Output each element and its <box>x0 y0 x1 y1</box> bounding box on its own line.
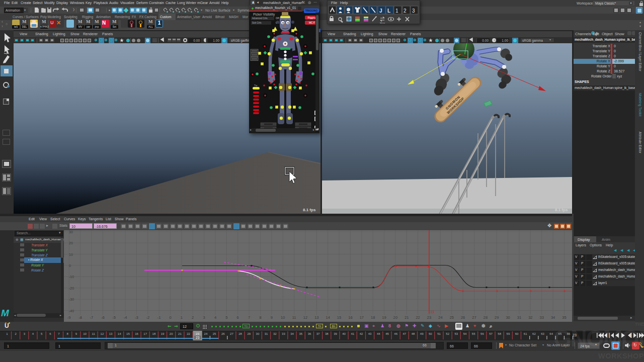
svg-text:13: 13 <box>314 315 318 320</box>
svg-text:22: 22 <box>187 332 190 335</box>
svg-text:-3: -3 <box>135 315 138 320</box>
svg-text:33: 33 <box>540 315 544 320</box>
svg-text:62: 62 <box>532 332 536 335</box>
svg-text:4: 4 <box>214 315 216 320</box>
svg-text:61: 61 <box>524 332 527 335</box>
svg-text:J: J <box>379 8 382 14</box>
svg-text:19: 19 <box>382 315 386 320</box>
svg-text:39: 39 <box>334 332 337 335</box>
svg-text:31: 31 <box>265 332 268 335</box>
svg-text:Tw: Tw <box>254 84 258 87</box>
svg-text:L: L <box>387 8 390 14</box>
svg-text:34: 34 <box>551 315 555 320</box>
svg-text:37: 37 <box>316 332 320 335</box>
svg-text:7: 7 <box>248 315 250 320</box>
svg-text:24: 24 <box>438 315 442 320</box>
svg-text:18: 18 <box>371 315 375 320</box>
svg-text:25: 25 <box>450 315 454 320</box>
svg-text:1: 1 <box>6 332 8 335</box>
svg-text:50: 50 <box>429 332 432 335</box>
svg-text:-10: -10 <box>69 275 74 279</box>
svg-text:9: 9 <box>271 315 273 320</box>
svg-text:14: 14 <box>326 315 330 320</box>
svg-text:23: 23 <box>431 310 435 314</box>
svg-text:48: 48 <box>412 332 415 335</box>
svg-text:13: 13 <box>109 332 113 335</box>
svg-text:9: 9 <box>75 332 77 335</box>
svg-text:29: 29 <box>247 332 251 335</box>
svg-text:30: 30 <box>69 230 73 234</box>
svg-text:31: 31 <box>517 315 521 320</box>
svg-text:4: 4 <box>32 332 34 335</box>
svg-text:16: 16 <box>348 315 352 320</box>
svg-text:22: 22 <box>416 315 420 320</box>
svg-text:51: 51 <box>437 332 441 335</box>
svg-text:59: 59 <box>507 332 510 335</box>
svg-text:3: 3 <box>203 315 205 320</box>
svg-text:0: 0 <box>69 264 71 267</box>
svg-text:-30: -30 <box>69 298 74 301</box>
svg-text:28: 28 <box>484 315 488 320</box>
svg-text:-5: -5 <box>112 315 116 320</box>
svg-text:28: 28 <box>238 332 242 335</box>
svg-text:8: 8 <box>259 315 261 320</box>
svg-text:2: 2 <box>404 8 407 14</box>
svg-text:5: 5 <box>225 315 227 320</box>
svg-text:45: 45 <box>385 332 389 335</box>
svg-text:-9: -9 <box>67 315 71 320</box>
svg-text:15: 15 <box>337 315 341 320</box>
svg-text:25: 25 <box>213 332 216 335</box>
svg-text:10: 10 <box>83 332 87 335</box>
svg-text:-7: -7 <box>90 315 94 320</box>
svg-text:8.1 fps: 8.1 fps <box>303 208 316 212</box>
svg-text:49: 49 <box>420 332 424 335</box>
svg-text:23: 23 <box>196 336 200 339</box>
svg-text:Mirror: Mirror <box>380 22 385 24</box>
svg-text:10: 10 <box>281 315 285 320</box>
svg-text:27: 27 <box>472 315 476 320</box>
svg-text:64: 64 <box>549 332 553 335</box>
svg-text:57: 57 <box>489 332 493 335</box>
svg-text:18: 18 <box>152 332 156 335</box>
svg-text:46: 46 <box>394 332 397 335</box>
svg-text:-20: -20 <box>69 287 74 290</box>
svg-text:30: 30 <box>256 332 260 335</box>
svg-text:14: 14 <box>118 332 121 335</box>
svg-text:19: 19 <box>161 332 165 335</box>
svg-text:27: 27 <box>230 332 233 335</box>
svg-text:32: 32 <box>528 315 532 320</box>
svg-text:12: 12 <box>101 332 104 335</box>
svg-text:8: 8 <box>67 332 69 335</box>
svg-text:-2: -2 <box>146 315 149 320</box>
svg-text:32: 32 <box>273 332 277 335</box>
svg-text:15: 15 <box>126 332 130 335</box>
svg-text:55: 55 <box>472 332 475 335</box>
svg-text:41: 41 <box>351 332 354 335</box>
svg-text:52: 52 <box>446 332 449 335</box>
svg-text:60: 60 <box>515 332 519 335</box>
svg-text:54: 54 <box>463 332 467 335</box>
svg-text:26: 26 <box>461 315 465 320</box>
svg-text:23: 23 <box>427 315 431 320</box>
svg-text:40: 40 <box>342 332 346 335</box>
svg-text:12: 12 <box>303 315 307 320</box>
svg-text:20: 20 <box>170 332 173 335</box>
svg-text:21: 21 <box>405 315 409 320</box>
svg-text:11: 11 <box>92 332 96 335</box>
svg-text:34: 34 <box>290 332 294 335</box>
svg-text:0: 0 <box>169 315 171 320</box>
svg-text:5: 5 <box>41 332 43 335</box>
svg-text:44: 44 <box>377 332 380 335</box>
svg-text:23: 23 <box>196 332 199 335</box>
svg-text:6: 6 <box>49 332 51 335</box>
svg-text:7: 7 <box>58 332 60 335</box>
svg-text:47: 47 <box>403 332 406 335</box>
svg-text:35: 35 <box>299 332 302 335</box>
svg-text:20: 20 <box>69 241 73 245</box>
svg-text:-4: -4 <box>124 315 127 320</box>
svg-text:30: 30 <box>506 315 510 320</box>
svg-text:63: 63 <box>541 332 544 335</box>
svg-text:1: 1 <box>395 8 398 14</box>
svg-text:38: 38 <box>325 332 329 335</box>
svg-text:2: 2 <box>192 315 194 320</box>
